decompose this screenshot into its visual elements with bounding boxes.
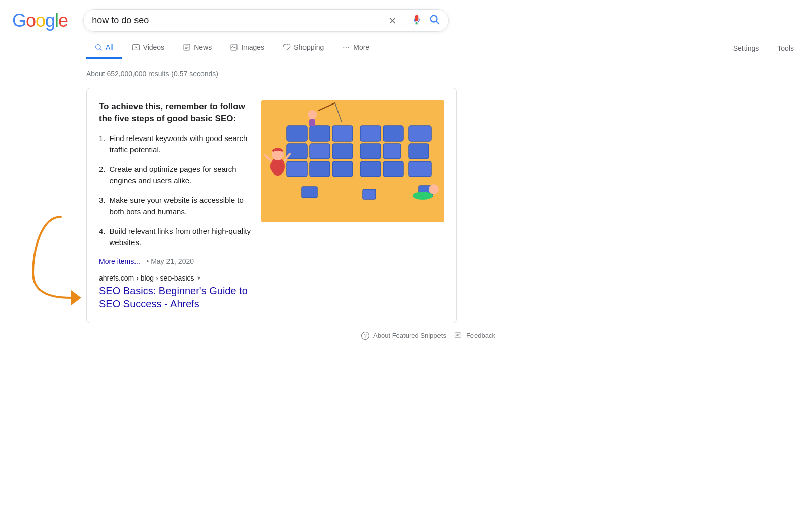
svg-point-14 bbox=[348, 47, 349, 48]
about-snippets-link[interactable]: ? About Featured Snippets bbox=[361, 331, 446, 340]
list-text-2: Create and optimize pages for search eng… bbox=[110, 164, 251, 187]
results-count: About 652,000,000 results (0.57 seconds) bbox=[86, 70, 507, 78]
snippet-footer: More items... • May 21, 2020 bbox=[99, 257, 251, 266]
svg-rect-25 bbox=[332, 161, 353, 177]
source-url: ahrefs.com › blog › seo-basics bbox=[99, 274, 194, 282]
svg-marker-15 bbox=[71, 290, 81, 305]
search-input[interactable]: how to do seo bbox=[92, 15, 382, 26]
search-bar: how to do seo ✕ bbox=[83, 9, 449, 32]
list-text-4: Build relevant links from other high-qua… bbox=[110, 226, 251, 249]
snippet-content: To achieve this, remember to follow the … bbox=[99, 100, 251, 310]
logo-e: e bbox=[58, 10, 68, 31]
more-items-link[interactable]: More items... bbox=[99, 257, 140, 265]
svg-marker-5 bbox=[135, 46, 137, 48]
svg-rect-19 bbox=[332, 126, 353, 141]
snippet-date: • May 21, 2020 bbox=[146, 257, 194, 265]
arrow-annotation bbox=[30, 212, 91, 293]
logo-o2: o bbox=[36, 10, 45, 31]
list-text-3: Make sure your website is accessible to … bbox=[110, 195, 251, 218]
dropdown-arrow-icon[interactable]: ▾ bbox=[197, 274, 200, 282]
snippet-container: To achieve this, remember to follow the … bbox=[86, 88, 507, 323]
snippet-list: 1. Find relevant keywords with good sear… bbox=[99, 133, 251, 249]
list-num-2: 2. bbox=[99, 164, 106, 187]
svg-rect-33 bbox=[409, 144, 429, 159]
svg-line-3 bbox=[100, 49, 101, 50]
svg-rect-22 bbox=[332, 144, 353, 159]
svg-point-11 bbox=[232, 46, 233, 47]
list-item: 4. Build relevant links from other high-… bbox=[99, 226, 251, 249]
svg-rect-27 bbox=[383, 126, 403, 141]
about-snippets-text: About Featured Snippets bbox=[373, 332, 446, 339]
result-title-link[interactable]: SEO Basics: Beginner's Guide to SEO Succ… bbox=[99, 284, 251, 310]
tab-shopping-label: Shopping bbox=[294, 43, 324, 51]
nav-right: Settings Tools bbox=[725, 38, 812, 58]
svg-point-47 bbox=[413, 192, 433, 200]
svg-rect-21 bbox=[310, 144, 330, 159]
nav-tabs: All Videos News bbox=[0, 37, 812, 59]
tab-more[interactable]: More bbox=[334, 37, 378, 59]
svg-rect-28 bbox=[360, 144, 381, 159]
settings-link[interactable]: Settings bbox=[725, 38, 767, 58]
logo-l: l bbox=[55, 10, 58, 31]
tab-images[interactable]: Images bbox=[222, 37, 273, 59]
svg-rect-30 bbox=[360, 161, 381, 177]
tab-shopping[interactable]: Shopping bbox=[275, 37, 332, 59]
svg-rect-32 bbox=[409, 126, 431, 141]
more-tab-icon bbox=[342, 43, 350, 51]
shopping-tab-icon bbox=[283, 43, 291, 51]
feedback-link[interactable]: Feedback bbox=[454, 331, 495, 340]
divider bbox=[404, 15, 404, 27]
list-item: 2. Create and optimize pages for search … bbox=[99, 164, 251, 187]
svg-point-42 bbox=[308, 110, 317, 119]
tab-videos[interactable]: Videos bbox=[124, 37, 173, 59]
list-num-1: 1. bbox=[99, 133, 106, 156]
svg-rect-23 bbox=[287, 161, 307, 177]
svg-rect-26 bbox=[360, 126, 381, 141]
search-bar-icons: ✕ bbox=[388, 14, 440, 27]
logo-g: G bbox=[12, 10, 26, 31]
svg-point-46 bbox=[429, 184, 439, 194]
tools-link[interactable]: Tools bbox=[769, 38, 802, 58]
svg-rect-29 bbox=[383, 144, 401, 159]
clear-icon[interactable]: ✕ bbox=[388, 15, 397, 27]
feedback-text: Feedback bbox=[466, 332, 495, 339]
list-num-4: 4. bbox=[99, 226, 106, 249]
svg-rect-34 bbox=[409, 161, 431, 177]
footer-row: ? About Featured Snippets Feedback bbox=[173, 323, 507, 349]
svg-rect-18 bbox=[310, 126, 330, 141]
logo-o1: o bbox=[26, 10, 36, 31]
video-tab-icon bbox=[132, 43, 140, 51]
svg-rect-50 bbox=[455, 333, 461, 337]
images-tab-icon bbox=[230, 43, 238, 51]
main-content: About 652,000,000 results (0.57 seconds)… bbox=[0, 59, 507, 359]
svg-rect-17 bbox=[287, 126, 307, 141]
svg-rect-31 bbox=[383, 161, 403, 177]
list-text-1: Find relevant keywords with good search … bbox=[110, 133, 251, 156]
svg-rect-36 bbox=[363, 189, 376, 199]
tab-images-label: Images bbox=[241, 43, 264, 51]
list-item: 3. Make sure your website is accessible … bbox=[99, 195, 251, 218]
mic-icon[interactable] bbox=[412, 15, 422, 27]
tab-more-label: More bbox=[353, 43, 369, 51]
svg-rect-24 bbox=[310, 161, 330, 177]
featured-snippet: To achieve this, remember to follow the … bbox=[86, 88, 457, 323]
news-tab-icon bbox=[183, 43, 191, 51]
search-tab-icon bbox=[94, 43, 103, 51]
tab-news-label: News bbox=[194, 43, 212, 51]
snippet-image bbox=[261, 100, 444, 222]
tab-all[interactable]: All bbox=[86, 37, 122, 59]
svg-line-1 bbox=[436, 21, 439, 24]
tab-videos-label: Videos bbox=[143, 43, 165, 51]
snippet-title: To achieve this, remember to follow the … bbox=[99, 100, 251, 125]
tab-news[interactable]: News bbox=[175, 37, 220, 59]
tab-all-label: All bbox=[106, 43, 114, 51]
list-item: 1. Find relevant keywords with good sear… bbox=[99, 133, 251, 156]
list-num-3: 3. bbox=[99, 195, 106, 218]
svg-point-13 bbox=[346, 47, 347, 48]
svg-text:?: ? bbox=[364, 332, 367, 338]
svg-point-12 bbox=[344, 47, 345, 48]
search-button-icon[interactable] bbox=[429, 14, 440, 27]
svg-rect-35 bbox=[302, 187, 317, 198]
header: G o o g l e how to do seo ✕ bbox=[0, 0, 812, 37]
svg-rect-43 bbox=[309, 119, 315, 126]
